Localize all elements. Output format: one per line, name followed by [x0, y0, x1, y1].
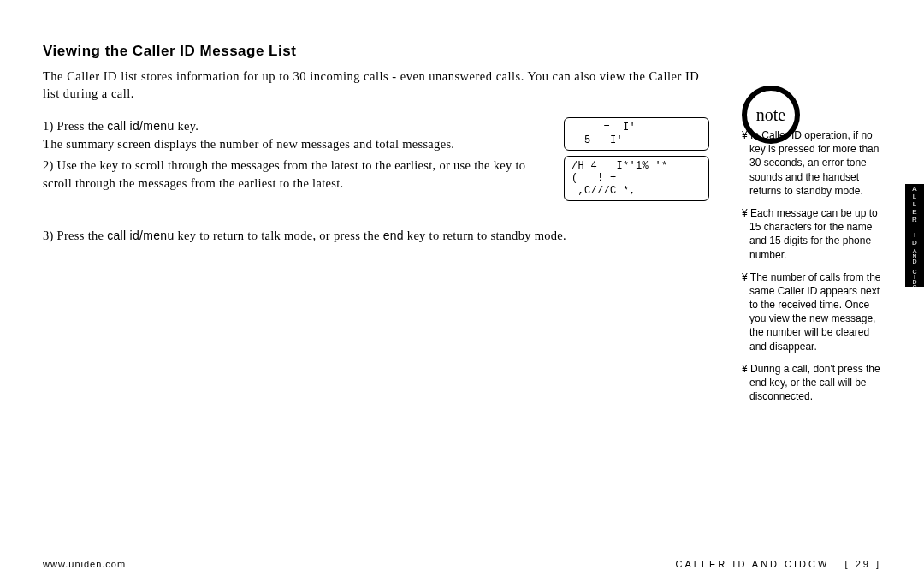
tab-line-1: CALLER ID [911, 177, 919, 246]
step-1-text-a: 1) Press the [43, 119, 107, 133]
lcd-screen-2: /H 4 I*'1% '* ( ! + ,C///C *, [564, 156, 709, 201]
step-2-text: 2) Use the key to scroll through the mes… [43, 157, 551, 193]
key-call-id-menu: call id/menu [107, 119, 174, 133]
note-item-2: Each message can be up to 15 characters … [742, 206, 881, 262]
lcd-screen-1: = I' 5 I' [564, 117, 709, 151]
page-title: Viewing the Caller ID Message List [43, 43, 709, 60]
note-circle-icon: note [742, 86, 800, 144]
footer-page-number: [ 29 ] [845, 559, 881, 569]
intro-paragraph: The Caller ID list stores information fo… [43, 68, 709, 102]
note-sidebar: note In Caller ID operation, if no key i… [732, 43, 881, 531]
note-item-4: During a call, don't press the end key, … [742, 362, 881, 404]
step-1-text-b: key. [175, 119, 199, 133]
tab-line-2: AND CIDCW [912, 248, 918, 294]
step-3-text-b: key to return to talk mode, or press the [175, 229, 383, 242]
step-3-text-c: key to return to standby mode. [404, 229, 566, 242]
note-item-3: The number of calls from the same Caller… [742, 270, 881, 353]
page-footer: www.uniden.com CALLER ID AND CIDCW [ 29 … [43, 559, 881, 569]
key-end-2: end [749, 377, 767, 389]
key-call-id-menu-2: call id/menu [107, 229, 174, 242]
key-end: end [383, 229, 404, 242]
note-bullets: In Caller ID operation, if no key is pre… [742, 128, 881, 403]
step-3-text-a: 3) Press the [43, 229, 107, 242]
section-tab: CALLER ID AND CIDCW [905, 184, 924, 287]
step-list: 1) Press the call id/menu key. The summa… [43, 117, 709, 245]
step-1-text-c: The summary screen displays the number o… [43, 137, 454, 151]
note-label: note [756, 104, 785, 127]
step-1: 1) Press the call id/menu key. The summa… [43, 117, 709, 201]
footer-url: www.uniden.com [43, 559, 126, 569]
main-content: Viewing the Caller ID Message List The C… [43, 43, 732, 531]
step-3: 3) Press the call id/menu key to return … [43, 227, 709, 245]
footer-section: CALLER ID AND CIDCW [676, 559, 830, 569]
